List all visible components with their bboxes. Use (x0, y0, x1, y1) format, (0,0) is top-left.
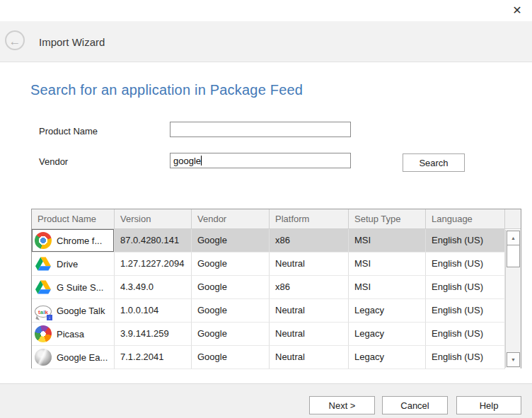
cell-version[interactable]: 87.0.4280.141 (115, 229, 192, 252)
text-caret (201, 156, 202, 166)
cell-vendor[interactable]: Google (192, 346, 270, 369)
footer-bar: Next > Cancel Help (0, 383, 532, 418)
cell-platform[interactable]: Neutral (270, 323, 349, 346)
cancel-button[interactable]: Cancel (382, 396, 448, 414)
cell-platform[interactable]: Neutral (270, 299, 349, 323)
column-header-version[interactable]: Version (115, 209, 192, 228)
cell-setup-type[interactable]: MSI (349, 276, 426, 299)
cell-platform[interactable]: x86 (270, 229, 349, 252)
close-icon[interactable]: ✕ (508, 1, 526, 20)
cell-version[interactable]: 3.9.141.259 (115, 323, 192, 346)
table-row[interactable]: talk Google Talk 1.0.0.104 Google Neutra… (32, 299, 521, 323)
product-name-label: Product Name (39, 126, 98, 137)
page-heading: Search for an application in Package Fee… (30, 82, 303, 98)
results-grid-body: Chrome f... 87.0.4280.141 Google x86 MSI… (32, 229, 521, 369)
table-row[interactable]: Google Ea... 7.1.2.2041 Google Neutral L… (32, 346, 521, 369)
product-name-text: G Suite S... (57, 282, 103, 293)
cell-language[interactable]: English (US) (426, 252, 505, 276)
cell-platform[interactable]: Neutral (270, 252, 349, 276)
cell-platform[interactable]: x86 (270, 276, 349, 299)
product-name-text: Google Ea... (57, 352, 108, 363)
cell-vendor[interactable]: Google (192, 299, 270, 323)
scroll-up-icon[interactable]: ▲ (507, 231, 520, 245)
product-name-text: Google Talk (57, 306, 105, 316)
vertical-scrollbar[interactable]: ▲ ▼ (505, 230, 521, 368)
cell-vendor[interactable]: Google (192, 276, 270, 299)
scrollbar-track[interactable] (506, 267, 521, 352)
product-name-text: Chrome f... (57, 236, 102, 246)
table-row[interactable]: G Suite S... 4.3.49.0 Google x86 MSI Eng… (32, 276, 521, 299)
cell-version[interactable]: 1.27.1227.2094 (115, 252, 192, 276)
cell-language[interactable]: English (US) (426, 299, 505, 323)
chrome-icon (35, 232, 52, 249)
cell-platform[interactable]: Neutral (270, 346, 349, 369)
product-name-text: Picasa (57, 329, 84, 339)
cell-language[interactable]: English (US) (426, 323, 505, 346)
column-header-spacer (505, 209, 521, 228)
product-name-input[interactable] (170, 122, 351, 137)
talk-icon: talk (35, 306, 52, 318)
vendor-label: Vendor (39, 156, 68, 167)
table-row[interactable]: Chrome f... 87.0.4280.141 Google x86 MSI… (32, 229, 521, 252)
cell-setup-type[interactable]: Legacy (349, 346, 426, 369)
results-grid-header: Product Name Version Vendor Platform Set… (32, 209, 521, 229)
wizard-header: ← Import Wizard (0, 21, 532, 62)
scrollbar-thumb[interactable] (507, 245, 520, 267)
column-header-platform[interactable]: Platform (270, 209, 349, 228)
column-header-product-name[interactable]: Product Name (32, 209, 115, 228)
wizard-title: Import Wizard (39, 36, 105, 48)
cell-setup-type[interactable]: MSI (349, 252, 426, 276)
cell-vendor[interactable]: Google (192, 323, 270, 346)
titlebar: ✕ (0, 0, 532, 21)
help-button[interactable]: Help (456, 396, 521, 414)
cell-product-name[interactable]: talk Google Talk (32, 299, 115, 323)
cell-language[interactable]: English (US) (426, 229, 505, 252)
cell-version[interactable]: 1.0.0.104 (115, 299, 192, 323)
cell-product-name[interactable]: Drive (32, 252, 115, 276)
table-row[interactable]: Drive 1.27.1227.2094 Google Neutral MSI … (32, 252, 521, 276)
cell-version[interactable]: 4.3.49.0 (115, 276, 192, 299)
cell-setup-type[interactable]: Legacy (349, 299, 426, 323)
cell-product-name[interactable]: Google Ea... (32, 346, 115, 369)
results-grid: Product Name Version Vendor Platform Set… (31, 209, 521, 368)
column-header-vendor[interactable]: Vendor (192, 209, 270, 228)
cell-setup-type[interactable]: Legacy (349, 323, 426, 346)
search-button[interactable]: Search (403, 153, 465, 172)
column-header-setup-type[interactable]: Setup Type (349, 209, 426, 228)
table-row[interactable]: Picasa 3.9.141.259 Google Neutral Legacy… (32, 323, 521, 346)
drive-icon (35, 279, 52, 296)
picasa-icon (35, 325, 52, 342)
scroll-down-icon[interactable]: ▼ (507, 352, 520, 367)
cell-language[interactable]: English (US) (426, 346, 505, 369)
earth-icon (35, 349, 52, 366)
cell-version[interactable]: 7.1.2.2041 (115, 346, 192, 369)
cell-product-name[interactable]: Chrome f... (32, 229, 115, 252)
cell-product-name[interactable]: G Suite S... (32, 276, 115, 299)
column-header-language[interactable]: Language (426, 209, 505, 228)
cell-language[interactable]: English (US) (426, 276, 505, 299)
product-name-text: Drive (57, 259, 78, 269)
cell-setup-type[interactable]: MSI (349, 229, 426, 252)
drive-icon (35, 255, 52, 272)
back-icon[interactable]: ← (5, 30, 25, 50)
cell-vendor[interactable]: Google (192, 229, 270, 252)
cell-product-name[interactable]: Picasa (32, 323, 115, 346)
cell-vendor[interactable]: Google (192, 252, 270, 276)
next-button[interactable]: Next > (309, 396, 375, 414)
vendor-input[interactable] (170, 153, 351, 168)
